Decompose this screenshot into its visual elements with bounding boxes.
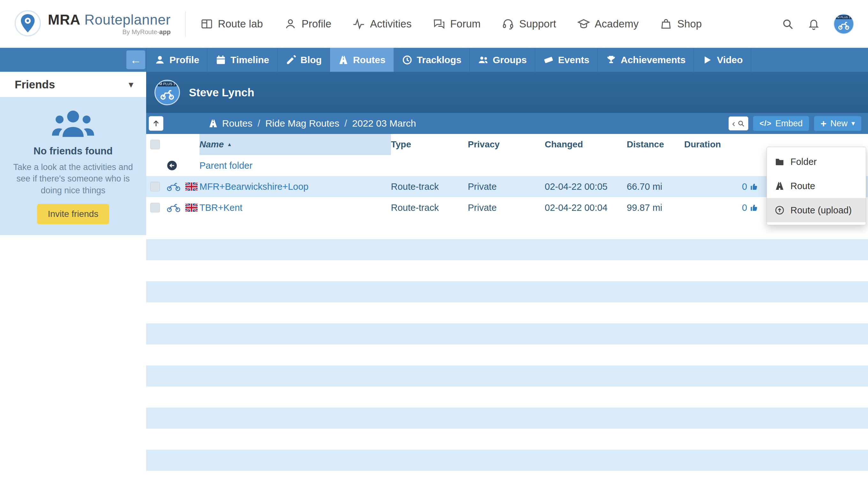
route-distance: 99.87 mi (627, 197, 684, 218)
caret-down-icon: ▾ (851, 120, 855, 127)
breadcrumb-separator: / (257, 118, 260, 129)
nav-item-academy[interactable]: Academy (577, 18, 639, 30)
parent-folder-row[interactable]: Parent folder (146, 155, 868, 176)
breadcrumb-ride-mag-routes[interactable]: Ride Mag Routes (265, 118, 339, 129)
shop-icon (660, 18, 672, 30)
row-checkbox[interactable] (150, 182, 160, 191)
row-checkbox[interactable] (150, 203, 160, 213)
academy-icon (577, 18, 590, 30)
brand-text: MRA Routeplanner By MyRoute-app (48, 12, 171, 36)
column-header-type[interactable]: Type (391, 134, 468, 155)
icon-column-header (164, 134, 199, 155)
column-header-changed[interactable]: Changed (545, 134, 627, 155)
folder-icon (775, 157, 785, 167)
friends-group-icon (52, 108, 94, 140)
brand-name: MRA (48, 12, 81, 27)
collapse-sidebar-button[interactable]: ← (126, 51, 145, 69)
profile-subnav: ← Profile Timeline Blog Routes Tracklogs (0, 48, 868, 72)
clock-icon (402, 55, 413, 65)
back-arrow-icon: ← (130, 53, 142, 67)
thumbs-up-icon (750, 203, 758, 212)
table-row[interactable]: TBR+Kent Route-track Private 02-04-22 00… (146, 197, 868, 218)
friends-title: Friends (15, 78, 55, 91)
tab-profile[interactable]: Profile (146, 48, 208, 72)
column-header-distance[interactable]: Distance (627, 134, 684, 155)
friends-sidebar: Friends ▾ No friends found Take a look a… (0, 72, 146, 488)
route-lab-icon (200, 18, 213, 30)
new-button[interactable]: + New ▾ (814, 116, 862, 131)
search-icon[interactable] (781, 18, 794, 30)
topnav-right: M PLUS 1 (781, 14, 854, 34)
column-header-duration[interactable]: Duration (684, 134, 742, 155)
divider (185, 11, 186, 37)
tab-achievements[interactable]: Achievements (598, 48, 694, 72)
invite-friends-button[interactable]: Invite friends (37, 204, 110, 224)
route-type: Route-track (391, 197, 468, 218)
menu-item-route[interactable]: Route (767, 174, 866, 198)
plus-icon: + (820, 118, 827, 129)
likes-count[interactable]: 0 (742, 182, 758, 192)
friends-header: Friends ▾ (0, 72, 146, 97)
code-icon: </> (760, 119, 772, 128)
chevron-left-icon: ‹ (732, 119, 735, 128)
top-navbar: MRA Routeplanner By MyRoute-app Route la… (0, 0, 868, 48)
user-avatar[interactable]: M PLUS 1 (834, 14, 854, 34)
folder-up-button[interactable] (149, 116, 163, 131)
breadcrumb-routes[interactable]: Routes (208, 118, 252, 129)
profile-header: M PLUS 1 Steve Lynch (146, 72, 868, 113)
breadcrumb-current-folder[interactable]: 2022 03 March (352, 118, 416, 129)
profile-icon (154, 55, 165, 65)
column-header-privacy[interactable]: Privacy (468, 134, 545, 155)
notifications-bell-icon[interactable] (807, 18, 820, 30)
tab-groups[interactable]: Groups (470, 48, 535, 72)
go-up-circle-icon (166, 160, 178, 171)
sort-asc-icon: ▲ (227, 141, 232, 148)
column-header-name[interactable]: Name ▲ (199, 134, 391, 155)
route-privacy: Private (468, 197, 545, 218)
profile-name: Steve Lynch (189, 86, 254, 99)
route-type: Route-track (391, 176, 468, 197)
route-name-link[interactable]: MFR+Bearwickshire+Loop (199, 182, 309, 192)
empty-rows-stripes (146, 218, 868, 488)
route-name-link[interactable]: TBR+Kent (199, 202, 243, 213)
table-row[interactable]: MFR+Bearwickshire+Loop Route-track Priva… (146, 176, 868, 197)
motorcycle-icon (166, 182, 181, 192)
pencil-icon (286, 55, 297, 65)
arrow-up-icon (152, 119, 160, 128)
nav-item-route-lab[interactable]: Route lab (200, 18, 263, 30)
collapse-caret-icon[interactable]: ▾ (129, 80, 133, 89)
tab-tracklogs[interactable]: Tracklogs (394, 48, 470, 72)
route-duration (684, 197, 742, 218)
parent-folder-link[interactable]: Parent folder (199, 160, 252, 171)
no-friends-text: Take a look at the activities and see if… (9, 161, 137, 196)
tab-events[interactable]: Events (535, 48, 598, 72)
toolbar-actions: ‹ </> Embed + New ▾ (728, 116, 862, 131)
profile-icon (284, 18, 297, 30)
nav-item-support[interactable]: Support (502, 18, 556, 30)
upload-circle-icon (775, 205, 785, 215)
table-search-button[interactable]: ‹ (728, 117, 748, 130)
tab-timeline[interactable]: Timeline (208, 48, 277, 72)
embed-button[interactable]: </> Embed (753, 116, 809, 131)
select-all-checkbox[interactable] (150, 140, 160, 149)
tab-video[interactable]: Video (694, 48, 751, 72)
brand-logo[interactable]: MRA Routeplanner By MyRoute-app (14, 9, 171, 38)
tab-blog[interactable]: Blog (278, 48, 330, 72)
nav-item-profile[interactable]: Profile (284, 18, 332, 30)
groups-icon (478, 55, 489, 65)
thumbs-up-icon (750, 182, 758, 191)
nav-item-forum[interactable]: Forum (433, 18, 480, 30)
nav-item-shop[interactable]: Shop (660, 18, 702, 30)
tab-routes[interactable]: Routes (330, 48, 394, 72)
play-icon (702, 55, 713, 65)
route-changed: 02-04-22 00:05 (545, 176, 627, 197)
likes-count[interactable]: 0 (742, 202, 758, 213)
no-friends-title: No friends found (33, 145, 113, 157)
routes-icon (338, 55, 349, 65)
nav-item-activities[interactable]: Activities (352, 18, 411, 30)
menu-item-folder[interactable]: Folder (767, 150, 866, 174)
activities-icon (352, 18, 365, 30)
profile-tabs: Profile Timeline Blog Routes Tracklogs G… (146, 48, 751, 72)
menu-item-route-upload[interactable]: Route (upload) (767, 198, 866, 222)
forum-icon (433, 18, 445, 30)
